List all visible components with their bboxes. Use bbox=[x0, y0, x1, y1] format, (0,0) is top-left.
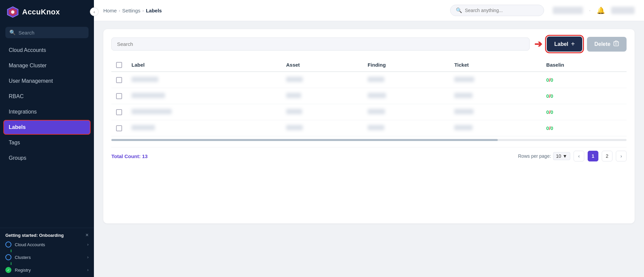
asset-cell-blur bbox=[286, 77, 303, 82]
sidebar-item-groups[interactable]: Groups bbox=[3, 151, 91, 165]
label-cell-blur bbox=[131, 93, 165, 98]
chevron-right-icon-3: › bbox=[87, 268, 89, 272]
select-all-checkbox[interactable] bbox=[116, 62, 122, 68]
sidebar-item-user-management[interactable]: User Management bbox=[3, 74, 91, 88]
onboarding-header: Getting started: Onboarding × bbox=[5, 232, 89, 238]
pagination-next-button[interactable]: › bbox=[616, 151, 627, 161]
onboarding-label-registry: Registry bbox=[15, 268, 31, 273]
sidebar-item-cloud-accounts[interactable]: Cloud Accounts bbox=[3, 43, 91, 58]
select-all-header bbox=[111, 58, 127, 72]
score-green-4: 0 bbox=[546, 125, 549, 131]
delete-button[interactable]: Delete bbox=[587, 37, 627, 52]
onboarding-panel: Getting started: Onboarding × Cloud Acco… bbox=[0, 228, 94, 277]
accuknox-logo-icon bbox=[7, 6, 19, 18]
score-green-1: 0 bbox=[546, 77, 549, 83]
sidebar-search-label: Search bbox=[18, 30, 35, 36]
score-green-2: 0 bbox=[546, 93, 549, 99]
row-checkbox[interactable] bbox=[116, 109, 122, 115]
finding-cell-blur bbox=[368, 109, 385, 114]
chevron-down-icon: ▼ bbox=[562, 153, 567, 159]
onboarding-connector-line bbox=[11, 250, 11, 252]
ticket-cell-blur bbox=[454, 93, 473, 98]
topbar-search-input[interactable] bbox=[465, 8, 532, 13]
logo-text: AccuKnox bbox=[22, 8, 60, 16]
main-area: Home › Settings › Labels 🔍 · 🔔 ➔ bbox=[94, 0, 644, 277]
sidebar-item-tags[interactable]: Tags bbox=[3, 135, 91, 150]
chevron-right-icon-2: › bbox=[87, 255, 89, 260]
add-label-button[interactable]: Label + bbox=[547, 37, 582, 52]
col-label: Label bbox=[127, 58, 281, 72]
label-cell-blur bbox=[131, 125, 155, 130]
topbar-avatar bbox=[611, 7, 635, 14]
topbar-search-box[interactable]: 🔍 bbox=[450, 5, 544, 16]
topbar-right: · 🔔 bbox=[553, 6, 635, 14]
onboarding-items: Cloud Accounts › Clusters › ✓ Registry bbox=[5, 241, 89, 273]
onboarding-dot-clusters bbox=[5, 254, 11, 260]
label-cell-blur bbox=[131, 77, 158, 82]
table-scrollbar-track[interactable] bbox=[111, 139, 627, 141]
sidebar-item-rbac[interactable]: RBAC bbox=[3, 89, 91, 104]
sidebar: AccuKnox ‹ 🔍 Search Cloud Accounts Manag… bbox=[0, 0, 94, 277]
table-search-input[interactable] bbox=[111, 38, 530, 51]
total-count-value: 13 bbox=[142, 153, 148, 159]
table-row: 0/0 bbox=[111, 88, 627, 104]
notification-bell-icon[interactable]: 🔔 bbox=[597, 6, 605, 14]
row-checkbox[interactable] bbox=[116, 77, 122, 83]
content-area: ➔ Label + Delete bbox=[94, 21, 644, 277]
finding-cell-blur bbox=[368, 125, 384, 130]
col-asset: Asset bbox=[281, 58, 363, 72]
table-row: 0/0 bbox=[111, 120, 627, 136]
add-label-text: Label bbox=[554, 41, 568, 47]
breadcrumb-sep-1: › bbox=[119, 8, 120, 13]
labels-card: ➔ Label + Delete bbox=[103, 29, 635, 223]
finding-cell-blur bbox=[368, 93, 386, 98]
pagination: Rows per page: 10 ▼ ‹ 1 2 › bbox=[518, 151, 627, 161]
topbar-user-name bbox=[553, 7, 583, 14]
total-count-label: Total Count: bbox=[111, 153, 141, 159]
score-red-3: 0 bbox=[550, 109, 553, 115]
arrow-pointer-icon: ➔ bbox=[534, 39, 542, 50]
breadcrumb: Home › Settings › Labels bbox=[103, 8, 447, 13]
onboarding-item-registry[interactable]: ✓ Registry › bbox=[5, 267, 89, 273]
plus-icon: + bbox=[571, 40, 575, 48]
topbar-search-icon: 🔍 bbox=[456, 7, 462, 13]
topbar: Home › Settings › Labels 🔍 · 🔔 bbox=[94, 0, 644, 21]
sidebar-item-integrations[interactable]: Integrations bbox=[3, 105, 91, 119]
finding-cell-blur bbox=[368, 77, 384, 82]
row-checkbox[interactable] bbox=[116, 125, 122, 131]
rows-per-page-control: Rows per page: 10 ▼ bbox=[518, 152, 571, 160]
row-checkbox[interactable] bbox=[116, 93, 122, 99]
sidebar-item-manage-cluster[interactable]: Manage Cluster bbox=[3, 58, 91, 73]
onboarding-label-clusters: Clusters bbox=[15, 255, 31, 260]
sidebar-search[interactable]: 🔍 Search bbox=[5, 27, 89, 38]
rows-per-page-label: Rows per page: bbox=[518, 153, 551, 159]
total-count: Total Count: 13 bbox=[111, 153, 148, 159]
breadcrumb-settings[interactable]: Settings bbox=[122, 8, 140, 13]
onboarding-label-cloud-accounts: Cloud Accounts bbox=[15, 242, 45, 247]
pagination-page-2-button[interactable]: 2 bbox=[602, 151, 612, 161]
rows-per-page-select[interactable]: 10 ▼ bbox=[553, 152, 570, 160]
table-row: 0/0 bbox=[111, 72, 627, 88]
table-footer: Total Count: 13 Rows per page: 10 ▼ ‹ 1 … bbox=[111, 147, 627, 161]
score-red-4: 0 bbox=[550, 125, 553, 131]
svg-point-3 bbox=[11, 10, 14, 14]
breadcrumb-labels: Labels bbox=[146, 8, 162, 13]
rows-per-page-value: 10 bbox=[556, 153, 561, 159]
col-ticket: Ticket bbox=[449, 58, 541, 72]
sidebar-item-labels[interactable]: Labels bbox=[3, 120, 91, 135]
table-row: 0/0 bbox=[111, 104, 627, 120]
trash-icon bbox=[613, 41, 619, 48]
pagination-page-1-button[interactable]: 1 bbox=[588, 151, 598, 161]
onboarding-close-button[interactable]: × bbox=[86, 232, 89, 238]
breadcrumb-home[interactable]: Home bbox=[103, 8, 117, 13]
col-baseline: Baselin bbox=[542, 58, 627, 72]
onboarding-item-cloud-accounts[interactable]: Cloud Accounts › bbox=[5, 241, 89, 248]
pagination-prev-button[interactable]: ‹ bbox=[574, 151, 584, 161]
onboarding-item-clusters[interactable]: Clusters › bbox=[5, 254, 89, 260]
toolbar: ➔ Label + Delete bbox=[111, 37, 627, 52]
onboarding-title: Getting started: Onboarding bbox=[5, 233, 64, 238]
topbar-dot-separator: · bbox=[589, 7, 591, 14]
sidebar-collapse-button[interactable]: ‹ bbox=[90, 7, 99, 16]
score-red-1: 0 bbox=[550, 77, 553, 83]
table-scrollbar-thumb[interactable] bbox=[111, 139, 498, 141]
